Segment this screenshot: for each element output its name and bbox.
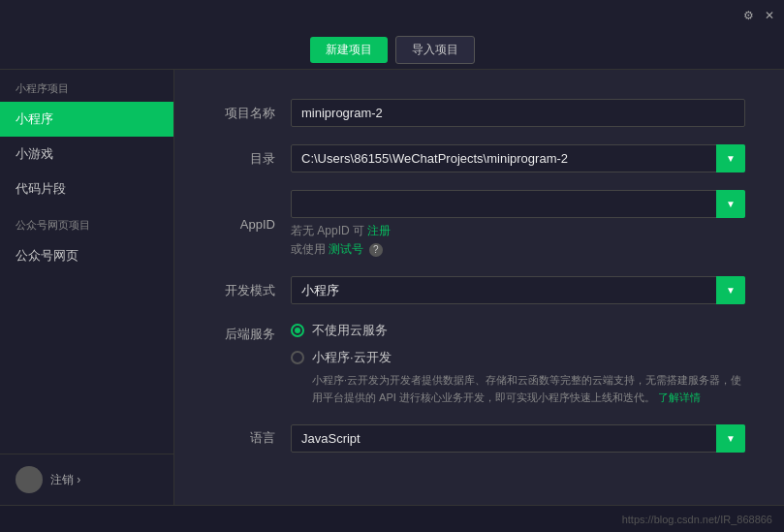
radio-cloud-group: 小程序·云开发 小程序·云开发为开发者提供数据库、存储和云函数等完整的云端支持，… [291, 349, 745, 406]
import-project-button[interactable]: 导入项目 [395, 36, 475, 64]
devmode-select[interactable]: 小程序 [291, 276, 745, 304]
radio-no-cloud[interactable]: 不使用云服务 [291, 322, 745, 339]
radio-no-cloud-circle [291, 324, 304, 337]
watermark-text: https://blog.csdn.net/IR_868866 [622, 514, 772, 525]
sidebar: 小程序项目 小程序 小游戏 代码片段 公众号网页项目 公众号网页 注销 › [0, 70, 174, 505]
sidebar-item-codesnippet[interactable]: 代码片段 [0, 172, 173, 206]
help-icon[interactable]: ? [369, 243, 383, 257]
project-name-row: 项目名称 [213, 99, 745, 127]
cloud-learn-more-link[interactable]: 了解详情 [658, 391, 701, 403]
radio-no-cloud-label: 不使用云服务 [312, 322, 388, 339]
project-name-input[interactable] [291, 99, 745, 127]
appid-label: AppID [213, 217, 291, 232]
backend-row: 后端服务 不使用云服务 小程序·云开发 小程序·云开发为开发者提供数据库、存储和… [213, 322, 745, 406]
footer-bar: https://blog.csdn.net/IR_868866 [0, 505, 784, 532]
devmode-field: 小程序 ▼ [291, 276, 745, 304]
appid-hint-text1: 若无 AppID 可 [291, 224, 364, 237]
sidebar-item-mp-webpage[interactable]: 公众号网页 [0, 238, 173, 273]
project-name-field [291, 99, 745, 127]
project-name-label: 项目名称 [213, 105, 291, 122]
top-action-bar: 新建项目 导入项目 [0, 31, 784, 70]
devmode-select-wrapper: 小程序 ▼ [291, 276, 745, 304]
devmode-row: 开发模式 小程序 ▼ [213, 276, 745, 304]
title-bar-controls: ⚙ ✕ [741, 9, 776, 22]
language-field: JavaScript ▼ [291, 424, 745, 453]
appid-row: AppID ▼ 若无 AppID 可 注册 或使用 测试号 ? [213, 190, 745, 259]
appid-hint: 若无 AppID 可 注册 或使用 测试号 ? [291, 222, 745, 259]
cloud-description: 小程序·云开发为开发者提供数据库、存储和云函数等完整的云端支持，无需搭建服务器，… [312, 372, 745, 406]
directory-label: 目录 [213, 150, 291, 168]
language-label: 语言 [213, 429, 291, 447]
directory-row: 目录 ▼ [213, 144, 745, 172]
appid-register-link[interactable]: 注册 [367, 224, 391, 237]
sidebar-item-minigame[interactable]: 小游戏 [0, 137, 173, 172]
language-row: 语言 JavaScript ▼ [213, 424, 745, 453]
settings-icon[interactable]: ⚙ [741, 9, 755, 22]
appid-testid-link[interactable]: 测试号 [329, 242, 363, 256]
new-project-button[interactable]: 新建项目 [310, 37, 388, 63]
sidebar-section-title-1: 小程序项目 [0, 70, 173, 102]
avatar [16, 466, 43, 493]
radio-group-backend: 不使用云服务 小程序·云开发 小程序·云开发为开发者提供数据库、存储和云函数等完… [291, 322, 745, 406]
appid-hint-text2: 或使用 [291, 242, 326, 256]
radio-cloud-label: 小程序·云开发 [312, 349, 392, 366]
devmode-label: 开发模式 [213, 282, 291, 299]
close-icon[interactable]: ✕ [763, 9, 776, 22]
sidebar-section-title-2: 公众号网页项目 [0, 206, 173, 238]
backend-label: 后端服务 [213, 326, 291, 343]
appid-input[interactable] [291, 190, 745, 218]
content-area: 项目名称 目录 ▼ AppID ▼ [174, 70, 784, 505]
logout-link[interactable]: 注销 › [50, 472, 80, 488]
language-select[interactable]: JavaScript [291, 424, 745, 453]
sidebar-bottom: 注销 › [0, 454, 173, 505]
directory-field: ▼ [291, 144, 745, 172]
directory-input[interactable] [291, 144, 745, 172]
radio-cloud-circle [291, 351, 304, 364]
sidebar-item-miniprogram[interactable]: 小程序 [0, 102, 173, 137]
main-layout: 小程序项目 小程序 小游戏 代码片段 公众号网页项目 公众号网页 注销 › 项目… [0, 70, 784, 505]
radio-cloud[interactable]: 小程序·云开发 [291, 349, 745, 366]
language-select-wrapper: JavaScript ▼ [291, 424, 745, 453]
title-bar: ⚙ ✕ [0, 0, 784, 31]
backend-field: 不使用云服务 小程序·云开发 小程序·云开发为开发者提供数据库、存储和云函数等完… [291, 322, 745, 406]
directory-select-wrapper: ▼ [291, 144, 745, 172]
appid-select-wrapper: ▼ [291, 190, 745, 218]
appid-field: ▼ 若无 AppID 可 注册 或使用 测试号 ? [291, 190, 745, 259]
